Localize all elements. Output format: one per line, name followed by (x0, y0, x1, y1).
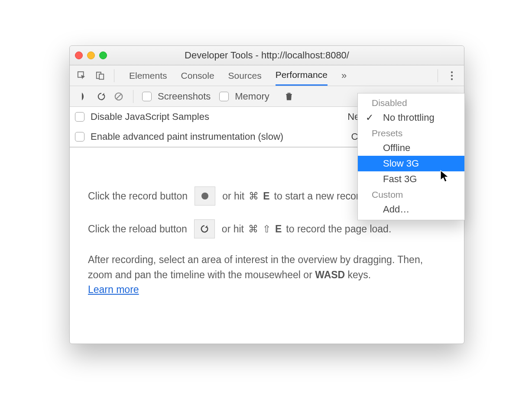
disable-js-samples-label: Disable JavaScript Samples (91, 111, 347, 122)
enable-paint-label: Enable advanced paint instrumentation (s… (91, 131, 283, 142)
hint-line2-b: or hit (222, 222, 244, 237)
svg-point-5 (451, 78, 453, 80)
wasd-keys: WASD (315, 269, 345, 280)
svg-line-7 (117, 94, 121, 99)
more-menu-icon[interactable] (445, 71, 459, 80)
dropdown-group-custom: Custom (358, 187, 464, 202)
window-title: Developer Tools - http://localhost:8080/ (70, 50, 464, 61)
hint-line1-a: Click the record button (88, 189, 188, 204)
record-button[interactable] (195, 186, 215, 206)
window-titlebar[interactable]: Developer Tools - http://localhost:8080/ (70, 46, 464, 65)
inspect-element-icon[interactable] (75, 71, 89, 80)
separator (133, 90, 133, 103)
svg-point-8 (201, 193, 208, 199)
hint-line1-b: or hit (222, 189, 244, 204)
reload-button[interactable] (194, 219, 215, 238)
minimize-window-button[interactable] (87, 51, 95, 59)
cmd-symbol-icon: ⌘ (249, 189, 259, 204)
clear-icon[interactable] (113, 92, 124, 101)
key-e: E (263, 189, 269, 204)
tab-sources[interactable]: Sources (228, 65, 262, 86)
enable-paint-checkbox[interactable] (75, 132, 84, 141)
cmd-symbol-icon: ⌘ (248, 222, 258, 237)
throttle-option-slow-3g[interactable]: Slow 3G (358, 156, 464, 171)
traffic-lights (75, 51, 107, 59)
throttle-option-offline[interactable]: Offline (358, 140, 464, 156)
separator (114, 69, 114, 82)
memory-checkbox[interactable] (219, 92, 229, 101)
close-window-button[interactable] (75, 51, 83, 59)
record-icon[interactable] (78, 92, 90, 101)
throttle-option-fast-3g[interactable]: Fast 3G (358, 171, 464, 187)
key-e: E (275, 222, 282, 237)
device-toolbar-icon[interactable] (93, 71, 107, 80)
learn-more-link[interactable]: Learn more (88, 284, 139, 295)
tab-console[interactable]: Console (181, 65, 214, 86)
tab-performance[interactable]: Performance (276, 65, 328, 86)
dropdown-group-disabled: Disabled (358, 95, 464, 110)
throttle-option-add-custom[interactable]: Add… (358, 202, 464, 217)
memory-label: Memory (235, 91, 269, 102)
throttle-option-none[interactable]: No throttling (358, 110, 464, 125)
tab-elements[interactable]: Elements (129, 65, 167, 86)
screenshots-checkbox[interactable] (142, 92, 152, 101)
dropdown-group-presets: Presets (358, 125, 464, 140)
network-throttle-dropdown: Disabled No throttling Presets Offline S… (357, 93, 465, 220)
reload-record-icon[interactable] (96, 92, 107, 101)
svg-point-4 (451, 74, 453, 76)
hint-line2-a: Click the reload button (88, 222, 187, 237)
screenshots-label: Screenshots (158, 91, 211, 102)
trash-icon[interactable] (283, 92, 295, 101)
main-tabbar: Elements Console Sources Performance » (70, 65, 464, 86)
hint-line2-c: to record the page load. (286, 222, 391, 237)
hint-paragraph-end: keys. (345, 269, 371, 280)
tabs-overflow-button[interactable]: » (341, 70, 347, 81)
separator (438, 69, 438, 82)
hint-paragraph: After recording, select an area of inter… (88, 254, 423, 280)
shift-symbol-icon: ⇧ (263, 222, 271, 237)
zoom-window-button[interactable] (99, 51, 107, 59)
svg-point-3 (451, 71, 453, 73)
svg-rect-2 (99, 74, 104, 79)
disable-js-samples-checkbox[interactable] (75, 112, 84, 122)
